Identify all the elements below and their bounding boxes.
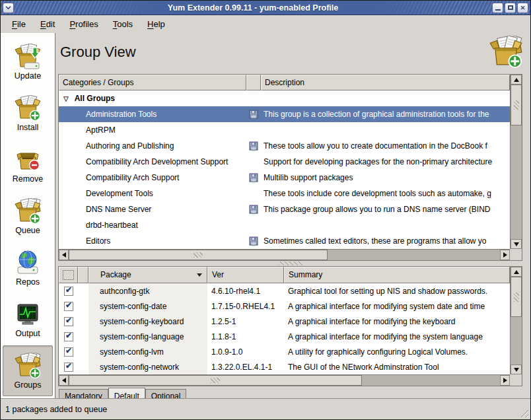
expander-open-icon[interactable] bbox=[63, 94, 69, 103]
scroll-up-button[interactable] bbox=[511, 75, 522, 85]
maximize-button[interactable] bbox=[505, 3, 516, 13]
group-row[interactable]: Compatibility Arch Support Multilib supp… bbox=[59, 170, 510, 186]
package-row[interactable]: system-config-network 1.3.22.0.EL.4.1-1 … bbox=[59, 359, 510, 374]
column-header-select[interactable] bbox=[59, 267, 78, 283]
scroll-track[interactable] bbox=[511, 85, 522, 239]
installed-floppy-icon bbox=[249, 236, 258, 246]
groups-header-icon bbox=[489, 36, 522, 69]
titlebar[interactable]: Yum Extender 0.99.11 - yum-enabled Profi… bbox=[1, 1, 530, 15]
package-checkbox[interactable] bbox=[64, 347, 73, 357]
scroll-down-button[interactable] bbox=[511, 239, 522, 249]
column-header-summary[interactable]: Summary bbox=[284, 267, 510, 283]
package-checkbox[interactable] bbox=[64, 363, 73, 372]
package-row[interactable]: system-config-keyboard 1.2.5-1 A graphic… bbox=[59, 314, 510, 329]
scroll-right-button[interactable] bbox=[500, 250, 510, 260]
menu-edit[interactable]: Edit bbox=[34, 17, 61, 32]
packages-vertical-scrollbar[interactable] bbox=[510, 267, 522, 374]
column-header-ver[interactable]: Ver bbox=[207, 267, 284, 283]
arrow-left-icon bbox=[62, 252, 66, 258]
window-menu-button[interactable] bbox=[3, 3, 14, 13]
group-row[interactable]: DNS Name Server This package group allow… bbox=[59, 201, 510, 217]
column-header-categories-groups[interactable]: Categories / Groups bbox=[59, 75, 246, 90]
column-header-status[interactable] bbox=[246, 75, 261, 90]
sidebar-item-remove[interactable]: Remove bbox=[3, 139, 53, 190]
installed-floppy-icon bbox=[249, 205, 258, 214]
packages-horizontal-scrollbar[interactable] bbox=[59, 374, 510, 386]
sidebar-item-update[interactable]: Update bbox=[3, 36, 53, 87]
group-row[interactable]: Authoring and Publishing These tools all… bbox=[59, 138, 510, 154]
package-row[interactable]: authconfig-gtk 4.6.10-rhel4.1 Graphical … bbox=[59, 283, 510, 298]
pane-splitter[interactable] bbox=[58, 261, 522, 266]
scroll-thumb[interactable] bbox=[511, 85, 522, 125]
sidebar-item-groups[interactable]: Groups bbox=[3, 345, 53, 396]
arrow-right-icon bbox=[503, 252, 507, 258]
package-row[interactable]: system-config-language 1.1.8-1 A graphic… bbox=[59, 329, 510, 344]
group-row[interactable]: AptRPM bbox=[59, 122, 510, 138]
menu-tools[interactable]: Tools bbox=[107, 17, 139, 32]
groups-horizontal-scrollbar[interactable] bbox=[59, 249, 510, 260]
group-root-row[interactable]: All Groups bbox=[59, 90, 510, 106]
close-button[interactable] bbox=[517, 3, 528, 13]
update-box-icon bbox=[15, 44, 41, 70]
scroll-thumb[interactable] bbox=[69, 375, 362, 386]
group-row[interactable]: Compatibility Arch Development Support S… bbox=[59, 154, 510, 170]
packages-list: authconfig-gtk 4.6.10-rhel4.1 Graphical … bbox=[59, 283, 510, 374]
window-title: Yum Extender 0.99.11 - yum-enabled Profi… bbox=[15, 3, 491, 13]
scroll-left-button[interactable] bbox=[59, 375, 69, 386]
packages-pane: Package Ver Summary authconfig-gtk 4.6.1… bbox=[58, 266, 522, 386]
group-row[interactable]: Editors Sometimes called text editors, t… bbox=[59, 233, 510, 249]
scroll-track[interactable] bbox=[69, 250, 500, 260]
groups-pane: Categories / Groups Description All Grou… bbox=[58, 74, 522, 261]
scroll-track[interactable] bbox=[69, 375, 500, 386]
column-header-description[interactable]: Description bbox=[261, 75, 510, 90]
column-header-package[interactable]: Package bbox=[88, 267, 207, 283]
sidebar-item-queue[interactable]: Queue bbox=[3, 191, 53, 242]
sidebar-item-install[interactable]: Install bbox=[3, 88, 53, 139]
group-row[interactable]: Administration Tools This group is a col… bbox=[59, 106, 510, 122]
scroll-track[interactable] bbox=[511, 277, 522, 365]
scroll-right-button[interactable] bbox=[500, 375, 510, 386]
scroll-up-button[interactable] bbox=[511, 267, 522, 277]
menu-file[interactable]: File bbox=[6, 17, 32, 32]
scroll-down-button[interactable] bbox=[511, 365, 522, 374]
install-box-icon bbox=[15, 95, 41, 122]
page-title: Group View bbox=[60, 44, 136, 61]
groups-boxes-icon bbox=[15, 353, 41, 379]
sidebar-item-repos[interactable]: Repos bbox=[3, 242, 53, 293]
statusbar: 1 packages added to queue bbox=[1, 398, 530, 419]
sidebar-item-output[interactable]: Output bbox=[3, 294, 53, 345]
minimize-button[interactable] bbox=[492, 3, 503, 13]
package-checkbox[interactable] bbox=[64, 302, 73, 311]
focus-rectangle bbox=[63, 270, 74, 280]
installed-floppy-icon bbox=[249, 110, 258, 119]
scroll-thumb[interactable] bbox=[69, 250, 328, 260]
group-row[interactable]: Development Tools These tools include co… bbox=[59, 186, 510, 201]
repos-globe-icon bbox=[15, 250, 41, 276]
chevron-down-icon bbox=[5, 5, 11, 10]
package-row[interactable]: system-config-lvm 1.0.9-1.0 A utility fo… bbox=[59, 344, 510, 359]
package-checkbox[interactable] bbox=[64, 317, 73, 326]
arrow-down-icon bbox=[514, 242, 519, 246]
package-checkbox[interactable] bbox=[64, 287, 73, 296]
groups-tree: All Groups Administration Tools This gro… bbox=[59, 90, 510, 249]
package-row[interactable]: system-config-date 1.7.15-0.RHEL4.1 A gr… bbox=[59, 298, 510, 314]
arrow-down-icon bbox=[514, 368, 519, 372]
scroll-thumb[interactable] bbox=[511, 277, 522, 317]
minimize-icon bbox=[495, 9, 501, 11]
groups-vertical-scrollbar[interactable] bbox=[510, 75, 522, 249]
menu-profiles[interactable]: Profiles bbox=[63, 17, 104, 32]
arrow-up-icon bbox=[514, 270, 519, 274]
status-text: 1 packages added to queue bbox=[5, 405, 107, 414]
installed-floppy-icon bbox=[249, 141, 258, 151]
arrow-right-icon bbox=[503, 378, 507, 383]
scroll-left-button[interactable] bbox=[59, 250, 69, 260]
package-checkbox[interactable] bbox=[64, 332, 73, 341]
maximize-icon bbox=[508, 5, 513, 10]
resize-grip[interactable] bbox=[520, 409, 528, 417]
group-row[interactable]: drbd-heartbeat bbox=[59, 217, 510, 233]
installed-floppy-icon bbox=[249, 173, 258, 182]
sidebar-toolbar: Update Install Remove Queue Repos Output bbox=[1, 33, 55, 398]
menu-help[interactable]: Help bbox=[141, 17, 171, 32]
column-header-spacer[interactable] bbox=[78, 267, 88, 283]
splitter-grip-icon bbox=[279, 262, 302, 265]
